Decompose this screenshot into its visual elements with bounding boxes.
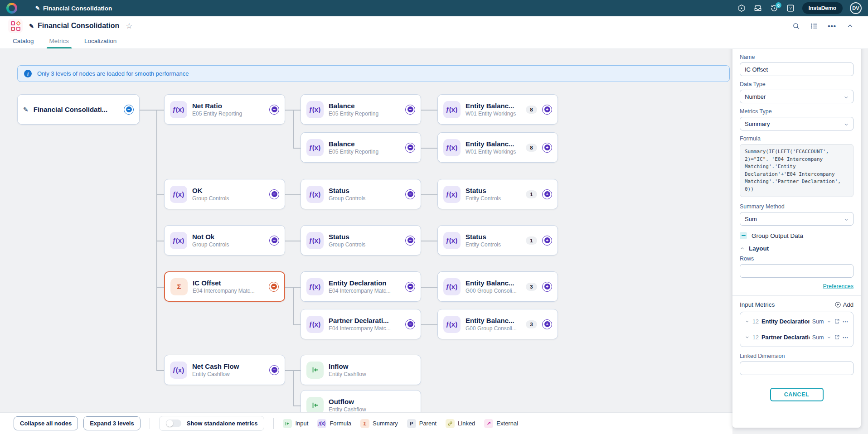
node-collapse-button[interactable]: − bbox=[405, 236, 415, 246]
node-expand-button[interactable]: + bbox=[542, 189, 552, 199]
open-external-icon[interactable] bbox=[834, 334, 840, 340]
node-collapse-button[interactable]: − bbox=[269, 282, 279, 292]
more-options-icon[interactable]: ••• bbox=[828, 22, 836, 30]
node-collapse-button[interactable]: − bbox=[405, 105, 415, 115]
input-metric-row[interactable]: 12 Partner Declaration Sum ⋯ bbox=[745, 329, 849, 345]
node-expand-button[interactable]: + bbox=[542, 105, 552, 115]
metric-method[interactable]: Sum bbox=[812, 334, 824, 341]
summary-method-label: Summary Method bbox=[740, 203, 853, 210]
tree-node-status[interactable]: f(x) Status Entity Controls1+ bbox=[437, 225, 558, 256]
tree-node-net-ratio[interactable]: f(x) Net Ratio E05 Entity Reporting− bbox=[164, 94, 285, 125]
row-more-options-icon[interactable]: ⋯ bbox=[843, 334, 849, 341]
node-collapse-button[interactable]: − bbox=[269, 189, 279, 199]
node-collapse-button[interactable]: − bbox=[269, 236, 279, 246]
list-view-icon[interactable] bbox=[810, 21, 819, 30]
metrics-type-select[interactable] bbox=[740, 117, 853, 130]
formula-icon: f(x) bbox=[170, 232, 187, 249]
node-expand-button[interactable]: + bbox=[542, 319, 552, 329]
legend-parent: P Parent bbox=[407, 419, 436, 428]
tree-node-balance[interactable]: f(x) Balance E05 Entity Reporting− bbox=[301, 94, 421, 125]
node-collapse-button[interactable]: − bbox=[124, 105, 134, 115]
formula-icon: f(x) bbox=[443, 101, 461, 118]
toggle-switch[interactable] bbox=[166, 420, 181, 427]
node-subtitle: Group Controls bbox=[329, 241, 400, 248]
input-metrics-list: 12 Entity Declaration Sum ⋯ 12 Partner D… bbox=[740, 312, 853, 347]
show-standalone-metrics-toggle[interactable]: Show standalone metrics bbox=[159, 416, 265, 431]
user-avatar[interactable]: DV bbox=[850, 2, 862, 14]
chevron-down-icon[interactable] bbox=[745, 318, 750, 326]
tree-node-entity-balanc[interactable]: f(x) Entity Balanc... W01 Entity Working… bbox=[437, 94, 558, 125]
node-collapse-button[interactable]: − bbox=[405, 282, 415, 292]
tree-node-entity-balanc[interactable]: f(x) Entity Balanc... G00 Group Consoli.… bbox=[437, 309, 558, 339]
layout-section-header[interactable]: Layout bbox=[740, 245, 853, 252]
edit-icon: ✎ bbox=[35, 5, 40, 11]
collapse-all-nodes-button[interactable]: Collapse all nodes bbox=[14, 416, 78, 430]
summary-icon: Σ bbox=[360, 419, 369, 428]
tree-node-partner-declarati[interactable]: f(x) Partner Declarati... E04 Intercompa… bbox=[301, 309, 421, 339]
search-icon[interactable] bbox=[791, 21, 800, 30]
chevron-down-icon[interactable] bbox=[745, 333, 750, 342]
tab-metrics[interactable]: Metrics bbox=[49, 38, 69, 48]
tab-localization[interactable]: Localization bbox=[84, 38, 116, 48]
tree-node-status[interactable]: f(x) Status Entity Controls1+ bbox=[437, 179, 558, 209]
tree-node-status[interactable]: f(x) Status Group Controls− bbox=[301, 225, 421, 256]
metric-method[interactable]: Sum bbox=[812, 318, 824, 325]
group-output-data-checkbox[interactable] bbox=[740, 232, 747, 239]
name-input[interactable] bbox=[740, 63, 853, 76]
tree-connector bbox=[285, 110, 293, 111]
summary-method-select[interactable] bbox=[740, 212, 853, 226]
formula-icon: f(x) bbox=[306, 101, 324, 118]
tree-connector bbox=[156, 241, 164, 241]
favorite-star-icon[interactable]: ☆ bbox=[126, 21, 132, 31]
node-collapse-button[interactable]: − bbox=[405, 319, 415, 329]
input-metric-row[interactable]: 12 Entity Declaration Sum ⋯ bbox=[745, 313, 849, 329]
tree-connector bbox=[293, 324, 301, 325]
tree-node-ok[interactable]: f(x) OK Group Controls− bbox=[164, 179, 285, 209]
tree-node-net-cash-flow[interactable]: f(x) Net Cash Flow Entity Cashflow− bbox=[164, 355, 285, 385]
formula-value[interactable]: Summary(IF(LEFT('FCACCOUNT', 2)="IC", 'E… bbox=[740, 144, 853, 197]
node-title: Entity Balanc... bbox=[466, 140, 521, 148]
group-output-data-label: Group Output Data bbox=[752, 232, 803, 239]
expand-3-levels-button[interactable]: Expand 3 levels bbox=[83, 416, 141, 430]
history-clock-icon[interactable]: 0 bbox=[770, 4, 779, 13]
tree-node-entity-declaration[interactable]: f(x) Entity Declaration E04 Intercompany… bbox=[301, 271, 421, 302]
help-icon[interactable]: ? bbox=[786, 4, 795, 13]
tree-node-financial-consolidati[interactable]: ✎ Financial Consolidati...− bbox=[17, 94, 140, 125]
instademo-button[interactable]: InstaDemo bbox=[802, 2, 843, 14]
node-collapse-button[interactable]: − bbox=[405, 143, 415, 153]
node-collapse-button[interactable]: − bbox=[269, 365, 279, 375]
tree-node-status[interactable]: f(x) Status Group Controls− bbox=[301, 179, 421, 209]
node-collapse-button[interactable]: − bbox=[269, 105, 279, 115]
node-title: Entity Balanc... bbox=[466, 317, 521, 324]
open-external-icon[interactable] bbox=[834, 318, 840, 324]
node-expand-button[interactable]: + bbox=[542, 143, 552, 153]
tree-connector bbox=[285, 241, 301, 241]
node-expand-button[interactable]: + bbox=[542, 236, 552, 246]
row-more-options-icon[interactable]: ⋯ bbox=[843, 318, 849, 325]
preferences-link[interactable]: Preferences bbox=[823, 283, 853, 289]
add-input-metric-button[interactable]: Add bbox=[834, 301, 853, 308]
data-type-select[interactable] bbox=[740, 90, 853, 103]
app-grid-icon[interactable] bbox=[8, 19, 23, 33]
tab-catalog[interactable]: Catalog bbox=[13, 38, 34, 48]
tree-node-entity-balanc[interactable]: f(x) Entity Balanc... G00 Group Consoli.… bbox=[437, 271, 558, 302]
chevron-up-icon[interactable] bbox=[845, 21, 854, 30]
node-expand-button[interactable]: + bbox=[542, 282, 552, 292]
legend-external: ↗ External bbox=[484, 419, 518, 428]
node-collapse-button[interactable]: − bbox=[405, 189, 415, 199]
company-logo-icon[interactable] bbox=[6, 3, 17, 14]
node-title: Entity Balanc... bbox=[466, 102, 521, 110]
tree-node-inflow[interactable]: Inflow Entity Cashflow bbox=[301, 355, 421, 385]
tree-node-entity-balanc[interactable]: f(x) Entity Balanc... W01 Entity Working… bbox=[437, 132, 558, 163]
tree-node-balance[interactable]: f(x) Balance E05 Entity Reporting− bbox=[301, 132, 421, 163]
settings-hexagon-icon[interactable] bbox=[737, 4, 746, 13]
rows-input[interactable] bbox=[740, 264, 853, 278]
tree-connector bbox=[421, 287, 437, 288]
linked-dimension-input[interactable] bbox=[740, 362, 853, 375]
tree-node-not-ok[interactable]: f(x) Not Ok Group Controls− bbox=[164, 225, 285, 256]
cancel-button[interactable]: CANCEL bbox=[770, 388, 824, 401]
tree-node-ic-offset[interactable]: Σ IC Offset E04 Intercompany Matc...− bbox=[164, 271, 285, 302]
tree-connector bbox=[293, 287, 301, 288]
legend-input: Input bbox=[283, 419, 308, 428]
inbox-icon[interactable] bbox=[753, 4, 762, 13]
